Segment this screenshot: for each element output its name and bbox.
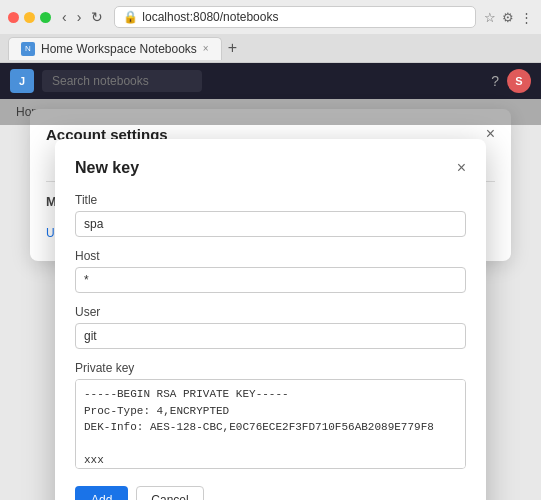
browser-titlebar: ‹ › ↻ 🔒 localhost:8080/notebooks ☆ ⚙ ⋮ [0,0,541,34]
app-topbar: J ? S [0,63,541,99]
reload-button[interactable]: ↻ [88,9,106,25]
new-tab-button[interactable]: + [228,39,237,57]
user-field-group: User [75,305,466,349]
back-button[interactable]: ‹ [59,9,70,25]
menu-icon[interactable]: ⋮ [520,10,533,25]
app-logo: J [10,69,34,93]
extensions-icon[interactable]: ⚙ [502,10,514,25]
url-text: localhost:8080/notebooks [142,10,278,24]
dialog-header: New key × [75,159,466,177]
dialog-close-button[interactable]: × [457,159,466,177]
close-traffic-light[interactable] [8,12,19,23]
browser-chrome: ‹ › ↻ 🔒 localhost:8080/notebooks ☆ ⚙ ⋮ N… [0,0,541,63]
forward-button[interactable]: › [74,9,85,25]
title-label: Title [75,193,466,207]
tab-bar: N Home Workspace Notebooks × + [0,34,541,62]
browser-toolbar-icons: ☆ ⚙ ⋮ [484,10,533,25]
tab-close-button[interactable]: × [203,43,209,54]
user-label: User [75,305,466,319]
title-field-group: Title [75,193,466,237]
help-icon[interactable]: ? [491,73,499,89]
address-bar[interactable]: 🔒 localhost:8080/notebooks [114,6,476,28]
tab-favicon: N [21,42,35,56]
browser-tab[interactable]: N Home Workspace Notebooks × [8,37,222,60]
host-field-group: Host [75,249,466,293]
modal-overlay [0,99,541,125]
title-input[interactable] [75,211,466,237]
content-area: Home ▾ Account settings × User settings … [0,99,541,125]
account-modal-close-button[interactable]: × [486,125,495,143]
user-input[interactable] [75,323,466,349]
new-key-dialog: New key × Title Host User Private key Ad… [55,139,486,500]
host-label: Host [75,249,466,263]
app-area: J ? S Home ▾ Account settings × User set… [0,63,541,125]
traffic-lights [8,12,51,23]
private-key-input[interactable] [75,379,466,469]
minimize-traffic-light[interactable] [24,12,35,23]
nav-buttons: ‹ › ↻ [59,9,106,25]
cancel-button[interactable]: Cancel [136,486,203,500]
maximize-traffic-light[interactable] [40,12,51,23]
avatar[interactable]: S [507,69,531,93]
app-topbar-right: ? S [491,69,531,93]
search-input[interactable] [42,70,202,92]
private-key-label: Private key [75,361,466,375]
add-button[interactable]: Add [75,486,128,500]
dialog-title: New key [75,159,139,177]
lock-icon: 🔒 [123,10,138,24]
tab-title: Home Workspace Notebooks [41,42,197,56]
bookmark-icon[interactable]: ☆ [484,10,496,25]
host-input[interactable] [75,267,466,293]
dialog-actions: Add Cancel [75,486,466,500]
private-key-field-group: Private key [75,361,466,472]
